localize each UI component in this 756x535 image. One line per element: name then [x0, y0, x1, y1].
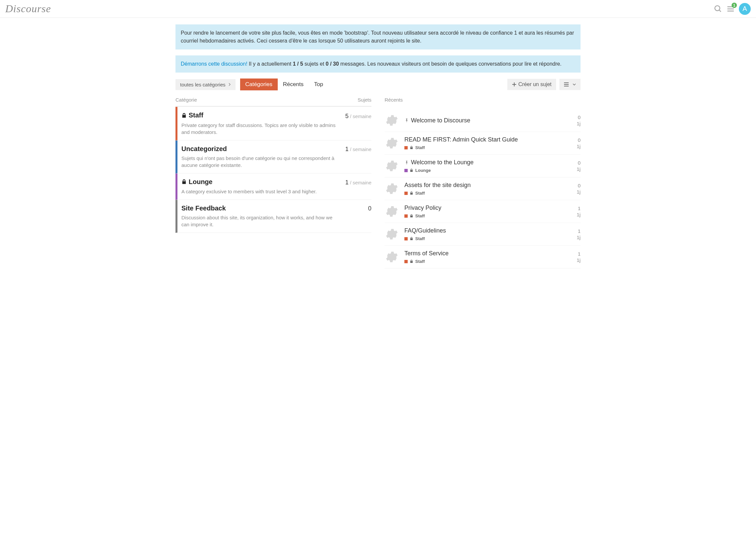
tab-recent[interactable]: Récents	[278, 79, 309, 90]
create-topic-label: Créer un sujet	[519, 81, 552, 87]
tab-top[interactable]: Top	[309, 79, 328, 90]
topic-replies: 0	[577, 160, 581, 166]
topic-title: READ ME FIRST: Admin Quick Start Guide	[404, 136, 571, 143]
category-row[interactable]: Lounge1 / semaineA category exclusive to…	[175, 173, 371, 200]
nav-row: toutes les catégories Catégories Récents…	[175, 79, 581, 90]
topic-title: Welcome to Discourse	[404, 117, 571, 124]
col-label-category: Catégorie	[175, 97, 197, 103]
topic-row[interactable]: READ ME FIRST: Admin Quick Start GuideSt…	[385, 132, 581, 155]
topic-age: 1j	[577, 189, 581, 195]
pin-icon	[404, 160, 409, 165]
category-period: / semaine	[349, 180, 371, 185]
topic-category-badge: Staff	[404, 213, 571, 218]
tab-categories[interactable]: Catégories	[240, 79, 278, 90]
gear-icon	[385, 113, 399, 128]
lock-icon	[410, 146, 413, 149]
topic-category-name: Lounge	[415, 168, 431, 173]
svg-point-0	[715, 6, 720, 11]
lock-icon	[410, 260, 413, 263]
category-count: 0	[368, 205, 371, 212]
category-count: 5	[345, 113, 349, 119]
lock-icon	[410, 214, 413, 218]
topic-category-name: Staff	[415, 191, 425, 196]
category-color-square	[404, 260, 408, 263]
topic-category-badge: Staff	[404, 145, 571, 150]
alert-text: Il y a actuellement	[247, 61, 293, 67]
alert-count: 0 / 30	[326, 61, 339, 67]
category-color-square	[404, 146, 408, 149]
gear-icon	[385, 181, 399, 196]
search-icon[interactable]	[714, 5, 722, 13]
topic-replies: 0	[577, 137, 581, 143]
topic-replies: 0	[577, 114, 581, 121]
avatar[interactable]: A	[739, 3, 751, 15]
notification-badge: 1	[732, 3, 737, 8]
topic-age: 1j	[577, 120, 581, 127]
lock-icon	[410, 237, 413, 240]
category-name: Lounge	[189, 178, 212, 186]
category-period: / semaine	[349, 146, 371, 152]
topic-row[interactable]: Privacy PolicyStaff11j	[385, 200, 581, 223]
topic-stats: 01j	[577, 160, 581, 173]
topic-replies: 1	[577, 251, 581, 257]
topic-title: Privacy Policy	[404, 205, 571, 211]
topic-category-badge: Lounge	[404, 168, 571, 173]
lock-icon	[181, 179, 187, 184]
category-row[interactable]: Uncategorized1 / semaineSujets qui n'ont…	[175, 141, 371, 173]
topic-category-name: Staff	[415, 236, 425, 241]
category-row[interactable]: Staff5 / semainePrivate category for sta…	[175, 107, 371, 141]
topic-stats: 11j	[577, 251, 581, 264]
category-row[interactable]: Site Feedback0Discussion about this site…	[175, 200, 371, 233]
recent-column: Récents Welcome to Discourse01jREAD ME F…	[385, 97, 581, 268]
hamburger-menu-icon[interactable]: 1	[726, 5, 735, 13]
topic-replies: 1	[577, 205, 581, 212]
topic-category-badge: Staff	[404, 191, 571, 196]
topic-row[interactable]: FAQ/GuidelinesStaff11j	[385, 223, 581, 246]
view-options-button[interactable]	[559, 79, 581, 90]
topic-stats: 11j	[577, 205, 581, 218]
topic-stats: 01j	[577, 114, 581, 127]
gear-icon	[385, 227, 399, 241]
category-name: Site Feedback	[181, 205, 226, 212]
gear-icon	[385, 159, 399, 173]
topic-row[interactable]: Welcome to the LoungeLounge01j	[385, 155, 581, 177]
category-color-square	[404, 214, 408, 218]
create-topic-button[interactable]: Créer un sujet	[507, 79, 556, 90]
category-period: / semaine	[349, 113, 371, 119]
gear-icon	[385, 250, 399, 264]
topic-title-text: FAQ/Guidelines	[404, 227, 446, 234]
alert-text: messages. Les nouveaux visiteurs ont bes…	[339, 61, 561, 67]
site-logo[interactable]: Discourse	[5, 3, 51, 15]
category-title: Uncategorized	[181, 145, 227, 153]
category-color-square	[404, 192, 408, 195]
category-description: Discussion about this site, its organiza…	[181, 214, 340, 228]
categories-header: Catégorie Sujets	[175, 97, 371, 107]
category-color-square	[404, 169, 408, 172]
category-dropdown[interactable]: toutes les catégories	[175, 79, 236, 90]
topic-title-text: Assets for the site design	[404, 182, 471, 189]
category-name: Uncategorized	[181, 145, 227, 153]
topic-title: Assets for the site design	[404, 182, 571, 189]
topic-row[interactable]: Welcome to Discourse01j	[385, 109, 581, 132]
pin-icon	[404, 118, 409, 123]
category-dropdown-label: toutes les catégories	[180, 82, 226, 87]
topic-row[interactable]: Assets for the site designStaff01j	[385, 177, 581, 200]
topic-category-name: Staff	[415, 213, 425, 218]
topic-title-text: Terms of Service	[404, 250, 449, 257]
topic-title-text: Privacy Policy	[404, 205, 441, 211]
topic-title: Terms of Service	[404, 250, 571, 257]
chevron-right-icon	[228, 83, 231, 86]
start-discussion-link[interactable]: Démarrons cette discussion!	[181, 61, 247, 67]
category-title: Lounge	[181, 178, 212, 186]
topic-title-text: Welcome to the Lounge	[411, 159, 474, 166]
category-count: 1	[345, 179, 349, 186]
topic-stats: 11j	[577, 228, 581, 241]
category-stats: 5 / semaine	[345, 113, 371, 120]
category-color-square	[404, 237, 408, 240]
topic-category-badge: Staff	[404, 259, 571, 264]
topic-row[interactable]: Terms of ServiceStaff11j	[385, 246, 581, 268]
category-stats: 0	[368, 205, 371, 212]
topic-title-text: Welcome to Discourse	[411, 117, 470, 124]
topic-title: Welcome to the Lounge	[404, 159, 571, 166]
topic-stats: 01j	[577, 182, 581, 195]
